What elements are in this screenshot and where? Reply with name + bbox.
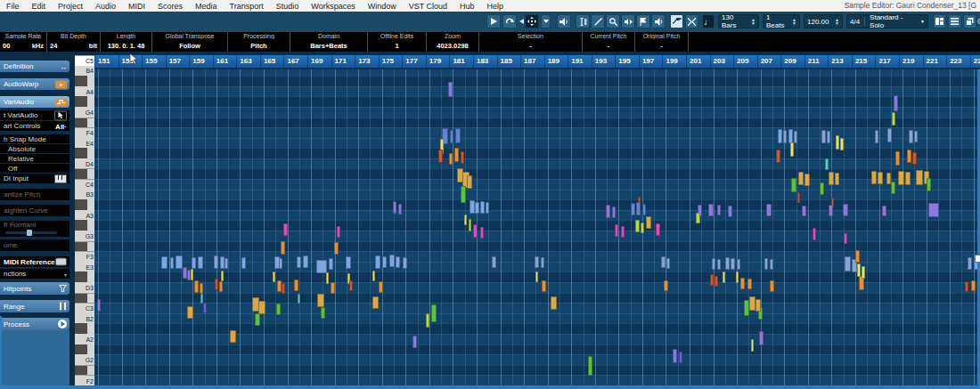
- variaudio-note-segment[interactable]: [642, 204, 646, 215]
- variaudio-note-segment[interactable]: [379, 281, 383, 293]
- piano-key-A3[interactable]: A3: [75, 210, 94, 221]
- variaudio-note-segment[interactable]: [791, 178, 796, 192]
- range-tool-button[interactable]: [576, 14, 590, 28]
- variaudio-note-segment[interactable]: [715, 276, 718, 287]
- variaudio-note-segment[interactable]: [426, 313, 429, 328]
- variaudio-note-segment[interactable]: [461, 151, 464, 164]
- variaudio-note-segment[interactable]: [298, 294, 300, 304]
- variaudio-note-segment[interactable]: [914, 131, 918, 142]
- variaudio-note-segment[interactable]: [192, 257, 196, 269]
- variaudio-note-segment[interactable]: [673, 349, 677, 363]
- variaudio-note-segment[interactable]: [845, 256, 851, 271]
- variaudio-note-segment[interactable]: [778, 129, 782, 143]
- piano-key-B3[interactable]: B3: [75, 190, 94, 200]
- piano-key-F3[interactable]: F3: [75, 251, 94, 262]
- sidebar-di-input-control[interactable]: [54, 174, 67, 183]
- sidebar-range-control[interactable]: [59, 303, 67, 311]
- piano-key-As2[interactable]: [75, 323, 94, 334]
- sidebar-nctions-control[interactable]: ▾: [64, 271, 67, 277]
- sidebar-hitpoints-control[interactable]: [59, 285, 67, 293]
- variaudio-note-segment[interactable]: [337, 226, 340, 238]
- piano-key-G2[interactable]: G2: [75, 354, 94, 365]
- sidebar-art-controls-control[interactable]: All·: [55, 122, 67, 130]
- menu-edit[interactable]: Edit: [26, 2, 53, 11]
- beats-stepper[interactable]: ▲▼: [792, 18, 796, 25]
- sidebar-definition-control[interactable]: ↔: [60, 62, 67, 70]
- sidebar-process[interactable]: Process: [0, 318, 69, 330]
- variaudio-note-segment[interactable]: [230, 330, 236, 343]
- piano-key-Gs4[interactable]: [75, 96, 94, 107]
- variaudio-note-segment[interactable]: [329, 258, 333, 270]
- piano-key-Ds3[interactable]: [75, 271, 94, 282]
- variaudio-note-segment[interactable]: [712, 258, 715, 270]
- zoom-tool-button[interactable]: [606, 14, 620, 28]
- variaudio-note-segment[interactable]: [725, 257, 730, 270]
- variaudio-note-segment[interactable]: [916, 170, 923, 185]
- piano-key-As4[interactable]: [75, 76, 94, 86]
- speaker-play-button[interactable]: [621, 14, 635, 28]
- variaudio-note-segment[interactable]: [203, 303, 207, 313]
- piano-key-C5[interactable]: C5: [75, 55, 94, 66]
- variaudio-note-segment[interactable]: [844, 233, 847, 244]
- variaudio-note-segment[interactable]: [215, 279, 218, 290]
- variaudio-note-segment[interactable]: [894, 95, 898, 111]
- variaudio-note-segment[interactable]: [836, 135, 839, 150]
- variaudio-note-segment[interactable]: [717, 205, 721, 215]
- menu-help[interactable]: Help: [481, 2, 510, 11]
- mode-select[interactable]: Standard - Solo: [870, 13, 917, 29]
- info-zoom[interactable]: Zoom4023.0298: [427, 32, 479, 52]
- menu-vst-cloud[interactable]: VST Cloud: [403, 2, 453, 11]
- menu-transport[interactable]: Transport: [224, 2, 270, 11]
- variaudio-note-segment[interactable]: [776, 150, 780, 163]
- piano-key-As3[interactable]: [75, 199, 94, 210]
- variaudio-note-segment[interactable]: [820, 182, 824, 195]
- piano-key-B2[interactable]: B2: [75, 313, 94, 324]
- variaudio-note-segment[interactable]: [255, 313, 260, 326]
- variaudio-note-segment[interactable]: [736, 271, 739, 283]
- variaudio-note-segment[interactable]: [882, 206, 886, 216]
- menu-workspaces[interactable]: Workspaces: [305, 2, 361, 11]
- audition-button[interactable]: [557, 14, 571, 28]
- variaudio-note-segment[interactable]: [835, 173, 839, 185]
- timesig-mode-field[interactable]: 4/4 Standard - Solo ▼: [846, 14, 928, 28]
- sidebar-nctions[interactable]: nctions▾: [0, 269, 69, 279]
- info-sample-rate[interactable]: Sample Rate00kHz: [0, 32, 47, 52]
- layers-button[interactable]: [948, 14, 961, 28]
- piano-key-D3[interactable]: D3: [75, 282, 94, 293]
- variaudio-note-segment[interactable]: [372, 296, 379, 309]
- variaudio-note-segment[interactable]: [710, 274, 714, 286]
- variaudio-note-segment[interactable]: [473, 224, 478, 238]
- piano-key-E4[interactable]: E4: [75, 138, 94, 149]
- info-domain[interactable]: DomainBars+Beats: [290, 32, 368, 52]
- variaudio-note-segment[interactable]: [480, 201, 485, 214]
- slider-knob[interactable]: [27, 230, 32, 236]
- cascade-button[interactable]: [963, 14, 976, 28]
- info-length[interactable]: Length130. 0. 1. 48: [101, 32, 152, 52]
- variaudio-note-segment[interactable]: [326, 272, 329, 284]
- variaudio-note-segment[interactable]: [895, 151, 900, 166]
- variaudio-note-segment[interactable]: [798, 172, 804, 185]
- variaudio-note-segment[interactable]: [438, 150, 443, 163]
- variaudio-note-segment[interactable]: [783, 130, 787, 143]
- variaudio-note-segment[interactable]: [258, 301, 265, 314]
- variaudio-note-segment[interactable]: [751, 339, 754, 352]
- variaudio-note-segment[interactable]: [968, 257, 972, 270]
- variaudio-note-segment[interactable]: [827, 131, 830, 143]
- variaudio-note-segment[interactable]: [871, 171, 877, 184]
- variaudio-note-segment[interactable]: [480, 227, 484, 239]
- cycle-button[interactable]: [502, 14, 517, 28]
- variaudio-note-segment[interactable]: [855, 250, 860, 263]
- variaudio-note-segment[interactable]: [492, 256, 496, 268]
- variaudio-note-segment[interactable]: [454, 148, 459, 162]
- piano-key-Cs3[interactable]: [75, 293, 94, 304]
- menu-audio[interactable]: Audio: [89, 2, 122, 11]
- quarter-note-button[interactable]: ♩: [702, 14, 715, 28]
- variaudio-note-segment[interactable]: [891, 182, 895, 194]
- sidebar-t-variaudio-control[interactable]: [54, 110, 67, 120]
- variaudio-note-segment[interactable]: [221, 271, 224, 281]
- draw-tool-button[interactable]: [591, 14, 605, 28]
- variaudio-note-segment[interactable]: [349, 280, 353, 291]
- variaudio-note-segment[interactable]: [297, 256, 301, 268]
- variaudio-note-segment[interactable]: [606, 205, 610, 218]
- variaudio-editor[interactable]: E: [94, 69, 980, 385]
